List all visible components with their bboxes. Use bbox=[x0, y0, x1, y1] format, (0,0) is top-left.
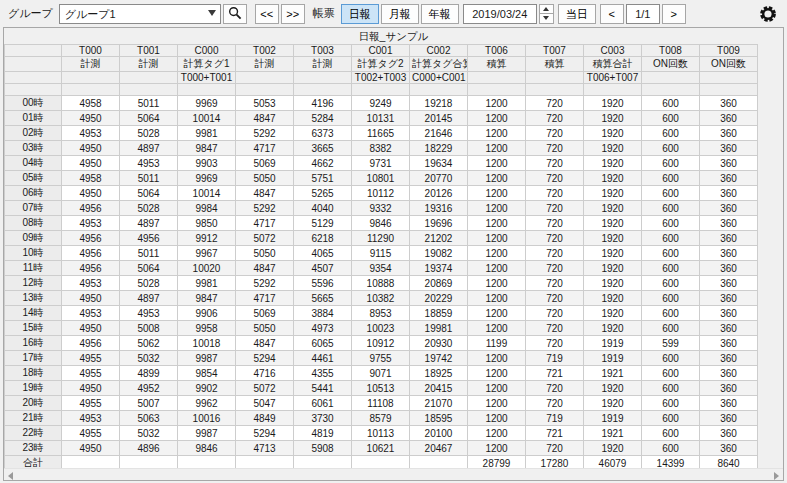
header-row: T000+T001T002+T003C000+C001T006+T007 bbox=[5, 72, 758, 84]
cell: 720 bbox=[526, 186, 584, 201]
horizontal-scrollbar[interactable] bbox=[4, 468, 783, 480]
tab-daily-report[interactable]: 日報 bbox=[341, 4, 379, 24]
cell: 9903 bbox=[178, 156, 236, 171]
page-indicator[interactable]: 1/1 bbox=[626, 4, 660, 24]
next-group-button[interactable]: >> bbox=[281, 4, 305, 24]
cell: 4899 bbox=[120, 366, 178, 381]
settings-button[interactable] bbox=[755, 3, 781, 25]
group-select-value: グループ1 bbox=[65, 8, 116, 20]
column-header-cell bbox=[178, 84, 236, 96]
prev-group-button[interactable]: << bbox=[255, 4, 279, 24]
column-header-cell: T002 bbox=[236, 45, 294, 57]
column-header-cell: C001 bbox=[352, 45, 410, 57]
row-label: 23時 bbox=[5, 441, 62, 456]
cell: 21070 bbox=[410, 396, 468, 411]
group-select[interactable]: グループ1 bbox=[59, 4, 221, 24]
cell: 9967 bbox=[178, 246, 236, 261]
cell: 9755 bbox=[352, 351, 410, 366]
cell: 720 bbox=[526, 321, 584, 336]
report-table: T000T001C000T002T003C001C002T006T007C003… bbox=[4, 44, 758, 481]
table-row: 22時4955503299875294481910113201001200721… bbox=[5, 426, 758, 441]
cell: 600 bbox=[642, 216, 700, 231]
cell: 9354 bbox=[352, 261, 410, 276]
cell: 4956 bbox=[62, 246, 120, 261]
cell: 1920 bbox=[584, 246, 642, 261]
scroll-left-icon[interactable] bbox=[8, 472, 13, 480]
cell: 19316 bbox=[410, 201, 468, 216]
gear-icon bbox=[759, 5, 777, 23]
up-arrow-icon bbox=[543, 7, 549, 11]
cell: 5011 bbox=[120, 96, 178, 111]
date-spinner-down[interactable] bbox=[539, 14, 554, 24]
column-header-cell: T009 bbox=[700, 45, 758, 57]
cell: 4956 bbox=[120, 231, 178, 246]
column-header-cell bbox=[352, 84, 410, 96]
column-header-cell bbox=[526, 84, 584, 96]
cell: 9987 bbox=[178, 351, 236, 366]
date-spinner-up[interactable] bbox=[539, 4, 554, 15]
page-next-button[interactable]: > bbox=[662, 4, 686, 24]
cell: 19218 bbox=[410, 96, 468, 111]
cell: 4847 bbox=[236, 336, 294, 351]
cell: 360 bbox=[700, 216, 758, 231]
cell: 9902 bbox=[178, 381, 236, 396]
corner-cell bbox=[5, 72, 62, 84]
cell: 1920 bbox=[584, 186, 642, 201]
tab-monthly-report[interactable]: 月報 bbox=[381, 4, 419, 24]
cell: 1200 bbox=[468, 171, 526, 186]
column-header-cell: T003 bbox=[294, 45, 352, 57]
cell: 1200 bbox=[468, 111, 526, 126]
toolbar: グループ グループ1 << >> 帳票 日報 月報 年報 2019/03/24 … bbox=[0, 0, 787, 27]
cell: 1200 bbox=[468, 291, 526, 306]
cell: 600 bbox=[642, 441, 700, 456]
page-prev-button[interactable]: < bbox=[600, 4, 624, 24]
cell: 5050 bbox=[236, 246, 294, 261]
cell: 4953 bbox=[120, 306, 178, 321]
cell: 600 bbox=[642, 201, 700, 216]
today-button[interactable]: 当日 bbox=[558, 4, 596, 24]
cell: 1200 bbox=[468, 96, 526, 111]
cell: 3884 bbox=[294, 306, 352, 321]
cell: 21646 bbox=[410, 126, 468, 141]
cell: 720 bbox=[526, 141, 584, 156]
cell: 1920 bbox=[584, 291, 642, 306]
corner-cell bbox=[5, 45, 62, 57]
tab-yearly-report[interactable]: 年報 bbox=[421, 4, 459, 24]
corner-cell bbox=[5, 84, 62, 96]
report-panel: 日報_サンプル T000T001C000T002T003C001C002T006… bbox=[3, 27, 784, 481]
search-button[interactable] bbox=[223, 4, 247, 24]
column-header-cell: T006+T007 bbox=[584, 72, 642, 84]
cell: 4717 bbox=[236, 216, 294, 231]
cell: 8579 bbox=[352, 411, 410, 426]
cell: 360 bbox=[700, 411, 758, 426]
cell: 4956 bbox=[62, 201, 120, 216]
cell: 4953 bbox=[62, 276, 120, 291]
column-header-cell: C002 bbox=[410, 45, 468, 57]
cell: 10014 bbox=[178, 111, 236, 126]
cell: 5129 bbox=[294, 216, 352, 231]
cell: 720 bbox=[526, 216, 584, 231]
cell: 720 bbox=[526, 441, 584, 456]
date-input[interactable]: 2019/03/24 bbox=[463, 4, 537, 24]
cell: 600 bbox=[642, 96, 700, 111]
cell: 720 bbox=[526, 276, 584, 291]
cell: 11290 bbox=[352, 231, 410, 246]
cell: 4849 bbox=[236, 411, 294, 426]
cell: 1920 bbox=[584, 111, 642, 126]
cell: 600 bbox=[642, 246, 700, 261]
cell: 720 bbox=[526, 171, 584, 186]
cell: 600 bbox=[642, 306, 700, 321]
row-label: 10時 bbox=[5, 246, 62, 261]
cell: 20415 bbox=[410, 381, 468, 396]
cell: 719 bbox=[526, 351, 584, 366]
cell: 9987 bbox=[178, 426, 236, 441]
cell: 3665 bbox=[294, 141, 352, 156]
cell: 1200 bbox=[468, 216, 526, 231]
cell: 360 bbox=[700, 126, 758, 141]
scroll-right-icon[interactable] bbox=[774, 472, 779, 480]
table-row: 17時4955503299875294446197551974212007191… bbox=[5, 351, 758, 366]
cell: 20930 bbox=[410, 336, 468, 351]
cell: 1920 bbox=[584, 141, 642, 156]
cell: 600 bbox=[642, 171, 700, 186]
column-header-cell bbox=[700, 84, 758, 96]
